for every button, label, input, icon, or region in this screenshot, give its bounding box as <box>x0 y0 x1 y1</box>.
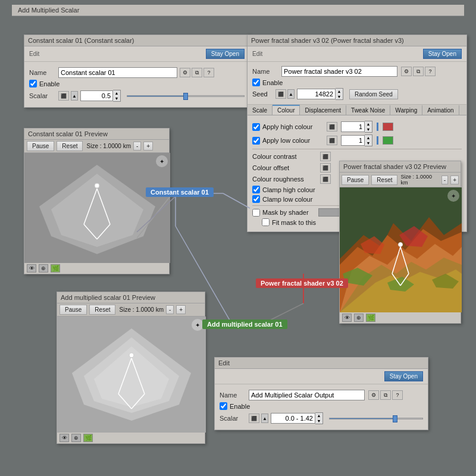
seed-spin-up[interactable]: ▲ <box>336 89 343 94</box>
high-spin-up[interactable]: ▲ <box>365 121 372 127</box>
add-multiplied-preview-canvas: ✦ <box>57 317 206 433</box>
add-preview-pause-btn[interactable]: Pause <box>60 305 87 315</box>
scalar-label: Scalar <box>29 92 56 99</box>
scalar-input[interactable] <box>80 90 113 101</box>
preview-reset-btn[interactable]: Reset <box>57 141 83 151</box>
contrast-normalize-icon[interactable]: ⬛ <box>320 152 331 161</box>
out-settings-icon[interactable]: ⚙ <box>368 390 379 400</box>
preview-pause-btn[interactable]: Pause <box>27 141 54 151</box>
pf-preview-reset-btn[interactable]: Reset <box>371 175 397 185</box>
pf-enable-checkbox[interactable] <box>252 79 260 86</box>
zoom-icon[interactable]: ⊕ <box>39 264 48 273</box>
add-multiplied-preview-panel: Add multiplied scalar 01 Preview Pause R… <box>57 292 205 444</box>
out-copy-icon[interactable]: ⧉ <box>380 390 391 400</box>
add-preview-plus-btn[interactable]: + <box>176 305 186 314</box>
pf-stay-open-button[interactable]: Stay Open <box>423 49 462 59</box>
settings-icon[interactable]: ⚙ <box>180 68 190 77</box>
name-input[interactable] <box>58 67 177 78</box>
scalar-spin-down[interactable]: ▼ <box>113 96 120 101</box>
add-preview-reset-btn[interactable]: Reset <box>89 305 115 315</box>
add-preview-corner-icon[interactable]: ✦ <box>192 319 203 331</box>
fit-mask-checkbox[interactable] <box>262 218 270 226</box>
output-spin-down[interactable]: ▼ <box>315 418 322 424</box>
pf-grid-icon[interactable]: 🌿 <box>366 314 375 322</box>
clamp-high-checkbox[interactable] <box>252 186 260 193</box>
apply-low-checkbox[interactable] <box>252 137 260 145</box>
pf-name-input[interactable] <box>281 66 397 77</box>
pf-preview-pause-btn[interactable]: Pause <box>342 175 369 185</box>
low-spin-up[interactable]: ▲ <box>365 135 372 140</box>
preview-plus-btn[interactable]: + <box>143 142 153 151</box>
mask-by-shader-checkbox[interactable] <box>252 209 260 217</box>
add-preview-size-label: Size : 1.0000 km <box>119 306 163 313</box>
add-zoom-icon[interactable]: ⊕ <box>71 434 81 442</box>
pf-help-icon[interactable]: ? <box>425 67 436 76</box>
pf-settings-icon[interactable]: ⚙ <box>401 67 412 76</box>
name-label: Name <box>29 69 56 76</box>
seed-normalize-icon[interactable]: ⬛ <box>275 89 286 99</box>
constant-scalar-panel: Constant scalar 01 (Constant scalar) Edi… <box>24 35 250 108</box>
help-icon[interactable]: ? <box>203 68 214 77</box>
tab-displacement[interactable]: Displacement <box>300 105 346 115</box>
out-normalize-icon[interactable]: ⬛ <box>249 414 259 423</box>
tab-scale[interactable]: Scale <box>248 105 273 115</box>
scalar-normalize-icon[interactable]: ⬛ <box>58 91 69 101</box>
output-enable-checkbox[interactable] <box>220 402 227 410</box>
low-color-swatch[interactable] <box>383 136 393 145</box>
colour-offset-label: Colour offset <box>252 164 318 171</box>
output-title: Edit <box>215 358 428 369</box>
constant-preview-svg <box>24 153 170 263</box>
tab-warping[interactable]: Warping <box>390 105 422 115</box>
scalar-spin-up[interactable]: ▲ <box>113 90 120 96</box>
stay-open-button[interactable]: Stay Open <box>206 49 245 59</box>
preview-bottom-bar: 👁 ⊕ 🌿 <box>24 263 169 274</box>
scalar-slider-thumb[interactable] <box>183 93 188 100</box>
low-normalize-icon[interactable]: ⬛ <box>327 136 337 145</box>
low-bar <box>377 136 378 145</box>
roughness-normalize-icon[interactable]: ⬛ <box>320 174 331 184</box>
tab-tweak-noise[interactable]: Tweak Noise <box>346 105 390 115</box>
edit-label: Edit <box>29 51 39 57</box>
pf-eye-icon[interactable]: 👁 <box>342 314 352 322</box>
output-name-input[interactable] <box>249 390 365 400</box>
add-preview-minus-btn[interactable]: - <box>166 305 174 314</box>
clamp-low-checkbox[interactable] <box>252 195 260 203</box>
out-help-icon[interactable]: ? <box>392 390 403 400</box>
output-slider-thumb[interactable] <box>393 415 397 422</box>
add-preview-bottom-bar: 👁 ⊕ 🌿 <box>57 433 205 443</box>
preview-minus-btn[interactable]: - <box>133 142 141 151</box>
enable-checkbox[interactable] <box>29 80 37 87</box>
copy-icon[interactable]: ⧉ <box>192 68 202 77</box>
pf-preview-minus-btn[interactable]: - <box>441 176 448 184</box>
low-spin-down[interactable]: ▼ <box>365 140 372 146</box>
output-spin-up[interactable]: ▲ <box>315 413 322 418</box>
power-fractal-title: Power fractal shader v3 02 (Power fracta… <box>248 35 466 46</box>
grid-icon[interactable]: 🌿 <box>51 264 60 273</box>
eye-icon[interactable]: 👁 <box>27 264 36 273</box>
offset-normalize-icon[interactable]: ⬛ <box>320 163 331 173</box>
apply-high-input[interactable] <box>341 121 365 132</box>
output-scalar-input[interactable] <box>271 413 315 424</box>
output-enable-label: Enable <box>230 403 250 410</box>
add-eye-icon[interactable]: 👁 <box>60 434 69 442</box>
random-seed-button[interactable]: Random Seed <box>349 89 398 99</box>
pf-preview-plus-btn[interactable]: + <box>450 176 459 184</box>
pf-enable-label: Enable <box>262 79 283 86</box>
preview-corner-icon[interactable]: ✦ <box>156 155 168 167</box>
high-spin-down[interactable]: ▼ <box>365 127 372 132</box>
pf-zoom-icon[interactable]: ⊕ <box>354 314 364 322</box>
tab-animation[interactable]: Animation <box>422 105 459 115</box>
clamp-high-label: Clamp high colour <box>262 186 315 193</box>
add-grid-icon[interactable]: 🌿 <box>83 434 93 442</box>
seed-input[interactable] <box>297 89 336 99</box>
tab-colour[interactable]: Colour <box>273 105 300 115</box>
high-normalize-icon[interactable]: ⬛ <box>327 122 337 131</box>
seed-spin-down[interactable]: ▼ <box>336 94 343 99</box>
pf-copy-icon[interactable]: ⧉ <box>413 67 424 76</box>
pf-corner-icon[interactable]: ✦ <box>447 190 459 202</box>
pf-preview-bottom-bar: 👁 ⊕ 🌿 <box>340 312 461 323</box>
output-stay-open-button[interactable]: Stay Open <box>384 371 423 381</box>
apply-low-input[interactable] <box>341 135 365 146</box>
apply-high-checkbox[interactable] <box>252 123 260 131</box>
high-color-swatch[interactable] <box>383 123 393 131</box>
